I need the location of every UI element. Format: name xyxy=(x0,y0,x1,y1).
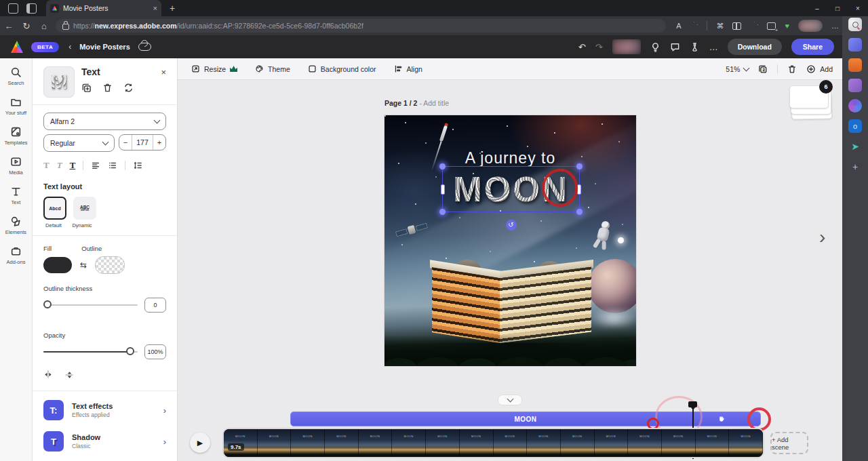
layout-default-card[interactable]: Abcd xyxy=(43,197,66,220)
page-label[interactable]: Page 1 / 2 - Add title xyxy=(384,99,449,107)
window-minimize-button[interactable]: – xyxy=(807,0,827,16)
fill-color-swatch[interactable] xyxy=(43,257,72,273)
filmstrip-frame[interactable]: MOON xyxy=(628,429,662,457)
url-text[interactable]: https://new.express.adobe.com/id/urn:aai… xyxy=(73,22,363,30)
beaker-icon[interactable] xyxy=(690,42,700,52)
resize-button[interactable]: Resize xyxy=(191,64,237,73)
delete-page-icon[interactable] xyxy=(787,64,797,74)
more-options-icon[interactable]: … xyxy=(709,42,718,52)
rotate-handle[interactable]: ↺ xyxy=(506,220,517,230)
sidebar-item-media[interactable]: Media xyxy=(9,156,22,176)
text-align-icon[interactable] xyxy=(91,161,100,170)
font-weight-select[interactable]: Regular xyxy=(43,134,115,152)
lightbulb-icon[interactable] xyxy=(650,42,660,52)
tab-actions-icon[interactable] xyxy=(26,3,37,14)
bold-button[interactable]: T xyxy=(43,160,50,171)
browser-tab[interactable]: Movie Posters × xyxy=(46,0,161,16)
filmstrip-frame[interactable]: MOON xyxy=(460,429,494,457)
extensions-icon[interactable]: ⌘ xyxy=(716,22,724,31)
delete-icon[interactable] xyxy=(102,83,113,93)
resize-handle[interactable] xyxy=(576,209,583,215)
size-increase-button[interactable]: + xyxy=(153,135,165,150)
redo-icon[interactable]: ↷ xyxy=(595,42,603,52)
italic-button[interactable]: T xyxy=(57,160,62,171)
underline-button[interactable]: T xyxy=(70,160,76,171)
sidebar-item-your-stuff[interactable]: Your stuff xyxy=(5,96,26,116)
next-page-chevron[interactable]: › xyxy=(819,226,825,248)
layout-dynamic-card[interactable]: ABC DEFGH xyxy=(73,197,96,220)
poster-canvas[interactable]: A journey to MOON ↺ xyxy=(384,115,636,366)
swap-colors-icon[interactable]: ⇆ xyxy=(80,260,87,270)
home-icon[interactable]: ⌂ xyxy=(35,21,53,31)
tab-close-icon[interactable]: × xyxy=(153,4,157,12)
profile-avatar[interactable] xyxy=(798,20,823,32)
sidebar-designer-icon[interactable] xyxy=(848,99,862,113)
sidebar-add-icon[interactable]: + xyxy=(848,160,862,174)
back-icon[interactable]: ← xyxy=(0,21,18,31)
filmstrip-frame[interactable]: MOON xyxy=(426,429,460,457)
duplicate-page-icon[interactable]: 2 xyxy=(758,64,768,74)
outline-thickness-value[interactable]: 0 xyxy=(144,298,166,313)
sidebar-drop-icon[interactable]: ➤ xyxy=(848,140,862,153)
opacity-value[interactable]: 100% xyxy=(144,344,166,359)
back-chevron-icon[interactable]: ‹ xyxy=(68,42,71,52)
favorites-bar-icon[interactable] xyxy=(750,22,758,30)
sidebar-item-add-ons[interactable]: Add-ons xyxy=(7,245,26,265)
favorite-star-icon[interactable] xyxy=(690,22,698,30)
adobe-express-logo-icon[interactable] xyxy=(9,39,24,54)
filmstrip-frame[interactable]: MOON xyxy=(258,429,292,457)
split-screen-icon[interactable] xyxy=(732,22,741,30)
align-button[interactable]: Align xyxy=(394,64,422,73)
zoom-select[interactable]: 51% xyxy=(726,65,749,73)
font-family-select[interactable]: Alfarn 2 xyxy=(43,113,166,130)
flip-vertical-icon[interactable] xyxy=(64,369,75,380)
sidebar-item-elements[interactable]: Elements xyxy=(5,216,26,235)
pages-stack[interactable]: 6 xyxy=(789,85,833,121)
filmstrip-frame[interactable]: MOON xyxy=(291,429,325,457)
add-page-button[interactable]: Add xyxy=(806,64,833,74)
download-button[interactable]: Download xyxy=(728,39,782,55)
sidebar-item-text[interactable]: Text xyxy=(10,186,22,205)
opacity-slider[interactable] xyxy=(43,351,138,353)
comment-icon[interactable] xyxy=(670,42,680,52)
filmstrip-frame[interactable]: MOON xyxy=(359,429,393,457)
theme-button[interactable]: Theme xyxy=(255,64,290,73)
sidebar-search-icon[interactable] xyxy=(848,18,862,31)
sidebar-office-icon[interactable]: o xyxy=(848,119,862,133)
read-aloud-icon[interactable]: A xyxy=(676,22,681,30)
duplicate-icon[interactable] xyxy=(81,83,92,93)
filmstrip-frame[interactable]: MOON xyxy=(561,429,595,457)
filmstrip-frame[interactable]: MOON xyxy=(662,429,696,457)
lock-icon[interactable] xyxy=(62,24,69,30)
settings-more-icon[interactable]: … xyxy=(831,22,839,30)
poster-subtitle-text[interactable]: A journey to xyxy=(384,149,636,167)
browser-essentials-icon[interactable]: ♥ xyxy=(785,22,789,30)
font-size-value[interactable]: 177 xyxy=(132,135,153,150)
filmstrip-frame[interactable]: MOON xyxy=(595,429,629,457)
resize-handle[interactable] xyxy=(576,163,583,169)
share-button[interactable]: Share xyxy=(791,39,834,55)
filmstrip[interactable]: MOONMOONMOONMOONMOONMOONMOONMOONMOONMOON… xyxy=(224,429,763,457)
filmstrip-frame[interactable]: MOON xyxy=(392,429,426,457)
filmstrip-frame[interactable]: MOON xyxy=(696,429,730,457)
sidebar-shopping-icon[interactable] xyxy=(848,38,862,52)
filmstrip-frame[interactable]: MOON xyxy=(527,429,561,457)
line-spacing-icon[interactable] xyxy=(133,161,142,170)
window-close-button[interactable]: × xyxy=(848,0,868,16)
list-icon[interactable] xyxy=(108,161,117,170)
sidebar-item-search[interactable]: Search xyxy=(8,66,24,86)
background-color-button[interactable]: Background color xyxy=(308,64,376,73)
collapse-timeline-button[interactable] xyxy=(498,395,522,405)
window-maximize-button[interactable]: □ xyxy=(827,0,848,16)
filmstrip-frame[interactable]: MOON xyxy=(325,429,359,457)
workspaces-icon[interactable] xyxy=(8,3,18,14)
sidebar-item-templates[interactable]: Templates xyxy=(4,126,27,146)
url-field[interactable]: https://new.express.adobe.com/id/urn:aai… xyxy=(56,19,666,33)
cloud-sync-icon[interactable] xyxy=(138,43,151,51)
text-effects-item[interactable]: T: Text effects Effects applied › xyxy=(43,398,166,422)
new-tab-button[interactable]: + xyxy=(170,3,175,14)
undo-icon[interactable]: ↶ xyxy=(578,42,586,52)
refresh-arrows-icon[interactable] xyxy=(123,83,134,93)
document-title[interactable]: Movie Posters xyxy=(79,43,130,51)
flip-horizontal-icon[interactable] xyxy=(43,369,54,380)
